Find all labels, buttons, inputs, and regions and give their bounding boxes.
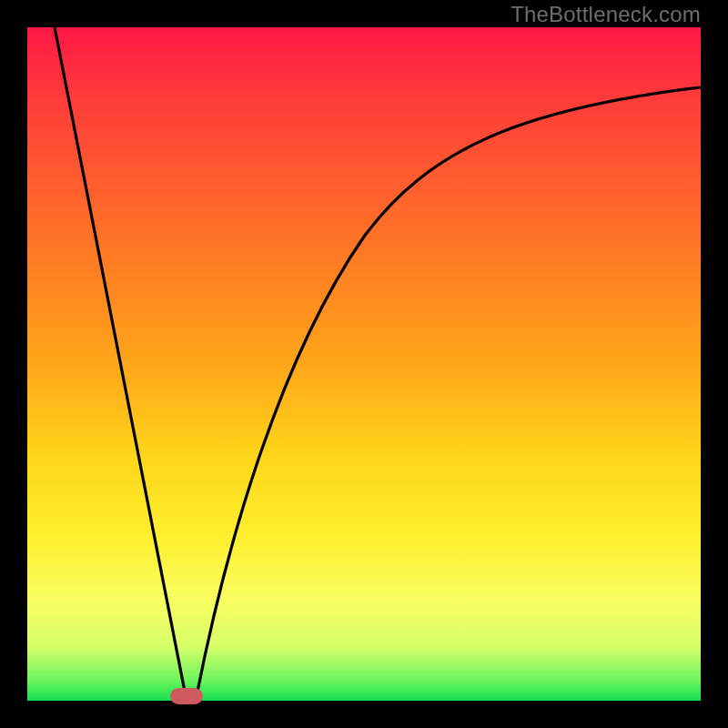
curve-right-branch: [196, 87, 701, 701]
plot-area: [27, 27, 701, 701]
curve-left-branch: [55, 27, 187, 701]
chart-frame: TheBottleneck.com: [0, 0, 728, 728]
watermark-text: TheBottleneck.com: [511, 2, 701, 27]
bottleneck-curve: [27, 27, 701, 701]
optimum-marker: [170, 688, 203, 704]
